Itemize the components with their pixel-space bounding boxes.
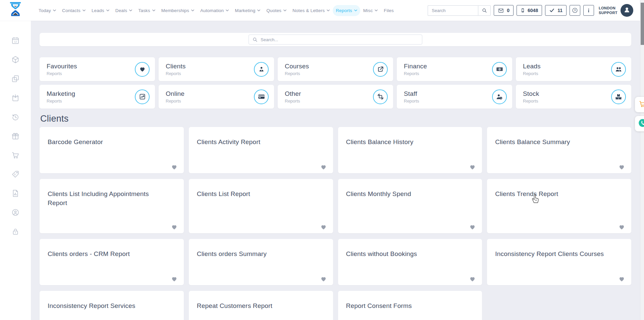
- nav-item-files[interactable]: Files: [381, 5, 397, 16]
- topbar-search-input[interactable]: [428, 5, 478, 16]
- sidebar-item-cube[interactable]: [11, 56, 19, 64]
- chevron-down-icon: [375, 9, 378, 11]
- sidebar: 12$: [0, 21, 31, 320]
- report-card-inconsistency-report-services[interactable]: Inconsistency Report Services: [40, 291, 184, 320]
- favourite-heart-icon[interactable]: [619, 164, 625, 170]
- scrollbar-track[interactable]: [640, 0, 644, 320]
- report-card-clients-orders-summary[interactable]: Clients orders Summary: [189, 239, 333, 285]
- report-card-clients-orders-crm-report[interactable]: Clients orders - CRM Report: [40, 239, 184, 285]
- category-card-courses[interactable]: CoursesReports: [278, 57, 393, 81]
- calls-button[interactable]: 6048: [517, 5, 542, 16]
- report-card-clients-balance-history[interactable]: Clients Balance History: [338, 127, 482, 173]
- category-card-clients[interactable]: ClientsReports: [159, 57, 274, 81]
- report-card-clients-monthly-spend[interactable]: Clients Monthly Spend: [338, 179, 482, 233]
- tasks-button[interactable]: 11: [545, 5, 567, 16]
- favourite-heart-icon[interactable]: [171, 276, 177, 282]
- messages-count: 0: [507, 8, 509, 13]
- nav-item-today[interactable]: Today: [36, 5, 59, 16]
- favourite-heart-icon[interactable]: [469, 276, 476, 282]
- favourite-heart-icon[interactable]: [619, 276, 625, 282]
- favourite-heart-icon[interactable]: [171, 164, 177, 170]
- nav-label: Reports: [336, 8, 352, 13]
- report-title: Inconsistency Report Services: [48, 302, 158, 311]
- favourite-heart-icon[interactable]: [320, 276, 327, 282]
- scrollbar-thumb[interactable]: [641, 3, 644, 45]
- category-card-online[interactable]: OnlineReports: [159, 85, 274, 109]
- category-subtitle: Reports: [285, 71, 309, 76]
- info-button[interactable]: [583, 5, 594, 16]
- category-subtitle: Reports: [523, 71, 541, 76]
- sidebar-item-lock[interactable]: [11, 228, 19, 236]
- nav-item-reports[interactable]: Reports: [333, 5, 360, 16]
- nav-item-contacts[interactable]: Contacts: [59, 5, 89, 16]
- report-card-clients-trends-report[interactable]: Clients Trends Report: [487, 179, 631, 233]
- category-text: StockReports: [523, 90, 539, 104]
- nav-label: Today: [39, 8, 51, 13]
- sidebar-item-gift[interactable]: [11, 132, 19, 140]
- report-doc-icon: [11, 189, 19, 197]
- sidebar-item-cart[interactable]: [11, 151, 19, 159]
- chevron-down-icon: [354, 9, 357, 11]
- app-logo[interactable]: [0, 2, 31, 19]
- floating-whatsapp-button[interactable]: [635, 116, 644, 131]
- messages-button[interactable]: 0: [494, 5, 514, 16]
- favourite-heart-icon[interactable]: [320, 164, 327, 170]
- topbar-search-button[interactable]: [478, 5, 491, 16]
- sidebar-item-report-doc[interactable]: [11, 189, 19, 197]
- report-title: Clients without Bookings: [346, 250, 457, 259]
- report-card-inconsistency-report-clients-courses[interactable]: Inconsistency Report Clients Courses: [487, 239, 631, 285]
- category-card-favourites[interactable]: FavouritesReports: [40, 57, 155, 81]
- category-card-other[interactable]: OtherReports: [278, 85, 393, 109]
- report-title: Report Consent Forms: [346, 302, 457, 311]
- favourite-heart-icon[interactable]: [469, 164, 476, 170]
- people-icon: [615, 66, 622, 73]
- category-card-marketing[interactable]: MarketingReports: [40, 85, 155, 109]
- nav-item-quotes[interactable]: Quotes: [263, 5, 289, 16]
- nav-label: Leads: [92, 8, 104, 13]
- chevron-down-icon: [129, 9, 132, 11]
- sidebar-item-bag[interactable]: [11, 94, 19, 102]
- sidebar-item-calendar[interactable]: 12: [11, 37, 19, 45]
- nav-item-marketing[interactable]: Marketing: [232, 5, 263, 16]
- report-card-clients-list-report[interactable]: Clients List Report: [189, 179, 333, 233]
- copy-icon: [11, 75, 19, 83]
- sidebar-item-copy[interactable]: [11, 75, 19, 83]
- nav-item-leads[interactable]: Leads: [89, 5, 112, 16]
- category-text: FinanceReports: [404, 63, 427, 76]
- favourite-heart-icon[interactable]: [320, 224, 327, 230]
- favourite-heart-icon[interactable]: [171, 224, 177, 230]
- nav-item-tasks[interactable]: Tasks: [135, 5, 158, 16]
- category-card-staff[interactable]: StaffReports: [397, 85, 512, 109]
- chevron-down-icon: [283, 9, 286, 11]
- report-title: Clients List Including Appointments Repo…: [48, 190, 158, 207]
- report-card-barcode-generator[interactable]: Barcode Generator: [40, 127, 184, 173]
- nav-item-notes-letters[interactable]: Notes & Letters: [289, 5, 333, 16]
- floating-cart-button[interactable]: [635, 97, 644, 112]
- nav-item-deals[interactable]: Deals: [112, 5, 136, 16]
- report-card-clients-without-bookings[interactable]: Clients without Bookings: [338, 239, 482, 285]
- report-card-clients-list-including-appointments-report[interactable]: Clients List Including Appointments Repo…: [40, 179, 184, 233]
- sidebar-item-account[interactable]: [11, 208, 19, 216]
- favourite-heart-icon[interactable]: [469, 224, 476, 230]
- report-card-clients-balance-summary[interactable]: Clients Balance Summary: [487, 127, 631, 173]
- help-icon: ?: [572, 7, 578, 13]
- nav-item-automation[interactable]: Automation: [197, 5, 232, 16]
- category-card-leads[interactable]: LeadsReports: [516, 57, 631, 81]
- report-card-repeat-customers-report[interactable]: Repeat Customers Report: [189, 291, 333, 320]
- person-icon: [623, 6, 631, 15]
- content-search-input[interactable]: [261, 37, 418, 42]
- category-icon-circle: [611, 89, 626, 104]
- category-card-finance[interactable]: FinanceReports0: [397, 57, 512, 81]
- nav-item-misc[interactable]: Misc: [360, 5, 381, 16]
- nav-item-memberships[interactable]: Memberships: [158, 5, 197, 16]
- nav-label: Files: [384, 8, 394, 13]
- category-card-stock[interactable]: StockReports: [516, 85, 631, 109]
- chevron-down-icon: [53, 9, 56, 11]
- avatar[interactable]: [621, 4, 633, 17]
- report-card-report-consent-forms[interactable]: Report Consent Forms: [338, 291, 482, 320]
- help-button[interactable]: ?: [570, 5, 580, 16]
- sidebar-item-history[interactable]: [11, 113, 19, 121]
- favourite-heart-icon[interactable]: [619, 224, 625, 230]
- sidebar-item-tag[interactable]: $: [11, 170, 19, 178]
- report-card-clients-activity-report[interactable]: Clients Activity Report: [189, 127, 333, 173]
